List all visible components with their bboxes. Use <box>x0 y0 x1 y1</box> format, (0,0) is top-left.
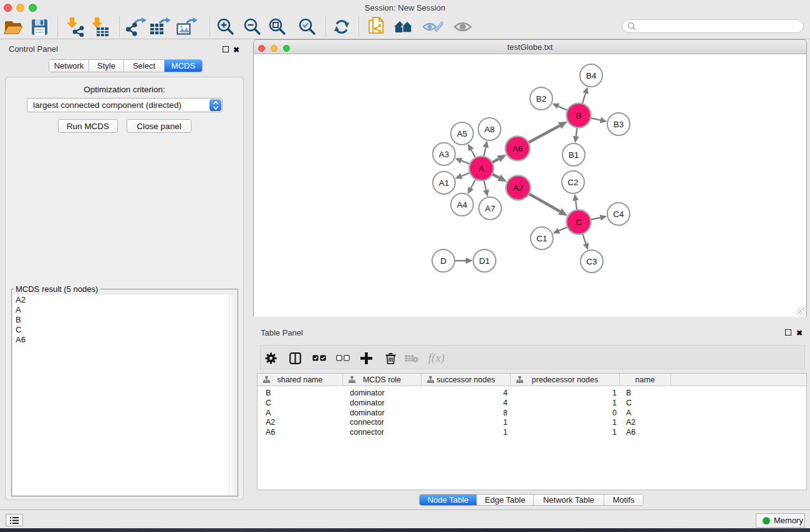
close-panel-button[interactable]: Close panel <box>127 119 191 133</box>
control-panel-float-icon[interactable] <box>223 46 229 52</box>
home-view-icon[interactable] <box>393 16 414 37</box>
graph-node-label: C2 <box>567 178 578 187</box>
table-select-all-icon[interactable] <box>310 349 329 367</box>
mcds-result-item[interactable]: A6 <box>13 335 236 345</box>
table-header: shared nameMCDS rolesuccessor nodesprede… <box>258 374 806 386</box>
mcds-result-scrollbar[interactable] <box>229 295 236 495</box>
cell-name: A6 <box>620 427 671 437</box>
criterion-select[interactable]: largest connected component (directed) <box>27 98 223 112</box>
criterion-value: largest connected component (directed) <box>33 100 181 110</box>
table-row[interactable]: A2connector11A2 <box>258 417 806 427</box>
table-panel-close-icon[interactable]: ✖ <box>796 329 803 337</box>
column-header-shared-name[interactable]: shared name <box>258 374 343 385</box>
cell-successor-nodes: 1 <box>422 417 511 427</box>
import-table-icon[interactable] <box>89 16 110 37</box>
cell-MCDS-role: dominator <box>343 398 422 408</box>
hide-selected-icon[interactable] <box>422 16 443 37</box>
zoom-selected-icon[interactable] <box>297 16 318 37</box>
memory-button[interactable]: Memory <box>756 513 805 528</box>
cell-name: C <box>620 398 671 408</box>
cell-shared-name: A6 <box>258 427 343 437</box>
table-row[interactable]: Bdominator41B <box>258 388 806 398</box>
mcds-result-item[interactable]: A <box>13 305 236 315</box>
cell-shared-name: A <box>258 408 343 418</box>
cell-successor-nodes: 1 <box>422 427 511 437</box>
search-icon <box>627 22 636 31</box>
open-session-icon[interactable] <box>2 16 24 37</box>
network-window-titlebar[interactable]: testGlobe.txt <box>254 40 806 54</box>
cell-shared-name: C <box>258 398 343 408</box>
table-function-icon[interactable]: f(x) <box>424 349 449 367</box>
task-history-button[interactable] <box>6 514 23 526</box>
graph-node-label: C4 <box>613 210 624 219</box>
network-from-file-icon[interactable] <box>365 16 387 37</box>
cell-shared-name: B <box>258 388 343 398</box>
tab-mcds[interactable]: MCDS <box>165 60 202 72</box>
table-add-icon[interactable] <box>357 349 375 367</box>
graph-node-label: D1 <box>479 256 489 266</box>
export-table-icon[interactable] <box>150 16 171 37</box>
tab-node-table[interactable]: Node Table <box>420 495 477 505</box>
table-delete-table-icon[interactable] <box>402 349 421 367</box>
mcds-result-item[interactable]: B <box>13 315 236 325</box>
control-panel-title: Control Panel <box>9 44 58 54</box>
graph-node-label: B1 <box>569 150 579 160</box>
network-canvas[interactable]: B4B2BB3A5A8A6A3B1AA1C2A2A4A7C4CC1C3DD1 <box>254 54 806 317</box>
table-settings-icon[interactable] <box>261 349 280 367</box>
table-panel-float-icon[interactable] <box>785 329 791 336</box>
zoom-fit-icon[interactable] <box>267 16 288 37</box>
tab-network-table[interactable]: Network Table <box>534 495 604 505</box>
search-input[interactable] <box>636 22 792 31</box>
cell-MCDS-role: connector <box>343 427 422 437</box>
graph-node-label: B4 <box>586 71 597 80</box>
table-deselect-all-icon[interactable] <box>334 349 352 367</box>
mcds-panel: Optimization criterion: largest connecte… <box>5 77 244 500</box>
mcds-result-legend: MCDS result (5 nodes) <box>14 284 100 294</box>
table-row[interactable]: Cdominator41C <box>258 398 806 408</box>
import-network-icon[interactable] <box>64 16 85 37</box>
column-header-successor-nodes[interactable]: successor nodes <box>422 374 511 385</box>
tab-select[interactable]: Select <box>124 60 165 72</box>
run-mcds-button[interactable]: Run MCDS <box>58 119 118 133</box>
table-panel-title: Table Panel <box>261 328 303 337</box>
graph-node-label: C <box>576 218 582 227</box>
graph-node-label: B <box>576 111 581 120</box>
show-selected-icon[interactable] <box>452 16 473 37</box>
network-resize-grip[interactable] <box>798 307 806 316</box>
table-delete-icon[interactable] <box>381 349 400 367</box>
tab-network[interactable]: Network <box>49 60 89 72</box>
cell-successor-nodes: 8 <box>422 408 511 418</box>
tab-edge-table[interactable]: Edge Table <box>477 495 534 505</box>
mcds-result-item[interactable]: A2 <box>13 295 236 305</box>
network-window-title: testGlobe.txt <box>254 42 806 52</box>
column-header-name[interactable]: name <box>620 374 671 385</box>
export-image-icon[interactable] <box>176 16 198 37</box>
cell-name: B <box>620 388 671 398</box>
cell-MCDS-role: connector <box>343 417 422 427</box>
mcds-result-list[interactable]: A2ABCA6 <box>13 295 236 495</box>
graph-node-label: A3 <box>439 150 450 159</box>
cell-predecessor-nodes: 0 <box>511 408 620 418</box>
mcds-result-item[interactable]: C <box>13 325 236 335</box>
search-field[interactable] <box>622 19 804 33</box>
network-window: testGlobe.txt B4B2BB3A5A8A6A3B1AA1C2A2A4… <box>253 39 807 317</box>
zoom-out-icon[interactable] <box>242 16 263 37</box>
table-row[interactable]: Adominator80A <box>258 408 806 418</box>
export-network-icon[interactable] <box>126 16 147 37</box>
optimization-criterion-label: Optimization criterion: <box>6 85 243 94</box>
refresh-icon[interactable] <box>331 16 352 37</box>
application-window: Session: New Session <box>0 0 810 532</box>
table-split-view-icon[interactable] <box>286 349 304 367</box>
tab-motifs[interactable]: Motifs <box>604 495 643 505</box>
save-session-icon[interactable] <box>29 16 50 37</box>
desktop-wallpaper <box>0 528 810 532</box>
graph-node-label: A6 <box>513 144 523 153</box>
zoom-in-icon[interactable] <box>215 16 236 37</box>
graph-node-label: C1 <box>536 234 547 243</box>
graph-node-label: A <box>478 164 484 173</box>
column-header-predecessor-nodes[interactable]: predecessor nodes <box>511 374 620 385</box>
table-row[interactable]: A6connector11A6 <box>258 427 806 437</box>
control-panel-close-icon[interactable]: ✖ <box>233 46 239 54</box>
tab-style[interactable]: Style <box>89 60 124 72</box>
column-header-MCDS-role[interactable]: MCDS role <box>343 374 422 385</box>
